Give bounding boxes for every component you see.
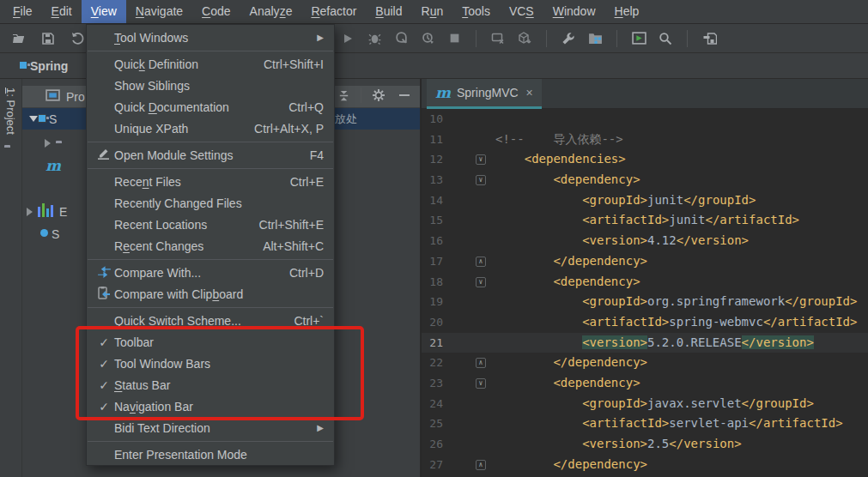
menu-help[interactable]: Help: [605, 0, 649, 23]
menu-view[interactable]: View: [82, 0, 126, 23]
fold-marker-icon[interactable]: ∨: [476, 154, 486, 165]
menu-item-tool-windows[interactable]: Tool Windows▶: [87, 27, 334, 48]
code-line[interactable]: 16 <version>4.12</version>: [422, 231, 868, 251]
line-number[interactable]: 26: [422, 434, 443, 455]
line-number[interactable]: 13: [422, 170, 443, 190]
menu-item-enter-presentation-mode[interactable]: Enter Presentation Mode: [87, 444, 334, 465]
line-number[interactable]: 17: [422, 251, 443, 272]
menu-shortcut: Ctrl+D: [289, 266, 324, 280]
submenu-arrow-icon: ▶: [317, 33, 324, 42]
code-editor[interactable]: 1011<!-- 导入依赖-->12∨ <dependencies>13∨ <d…: [422, 109, 868, 477]
menu-item-compare-with-clipboard[interactable]: Compare with Clipboard: [87, 283, 334, 305]
undo-icon[interactable]: [69, 30, 86, 47]
save-all-icon[interactable]: [701, 30, 718, 47]
editor-tab-springmvc[interactable]: m SpringMVC ×: [427, 79, 542, 109]
line-number[interactable]: 15: [422, 210, 443, 231]
breadcrumb[interactable]: Spring: [30, 59, 68, 73]
menu-navigate[interactable]: Navigate: [126, 0, 192, 23]
line-number[interactable]: 21: [422, 333, 443, 353]
profiler-icon[interactable]: [419, 30, 436, 47]
line-number[interactable]: 22: [422, 353, 443, 373]
menu-item-compare-with[interactable]: Compare With...Ctrl+D: [87, 262, 334, 283]
code-line[interactable]: 23∨ <dependency>: [422, 373, 868, 394]
wrench-icon[interactable]: [560, 30, 577, 47]
fold-marker-icon[interactable]: ∧: [476, 358, 486, 368]
line-number[interactable]: 27: [422, 455, 443, 475]
menu-item-unique-xpath[interactable]: Unique XPathCtrl+Alt+X, P: [87, 118, 334, 139]
save-icon[interactable]: [39, 30, 57, 47]
menu-item-open-module-settings[interactable]: Open Module SettingsF4: [87, 144, 334, 166]
menu-code[interactable]: Code: [192, 0, 240, 23]
chevron-down-icon[interactable]: [29, 116, 38, 122]
settings-gear-icon[interactable]: [370, 87, 387, 104]
coverage-icon[interactable]: [392, 30, 410, 47]
code-line[interactable]: 24 <groupId>javax.servlet</groupId>: [422, 394, 868, 414]
fold-marker-icon[interactable]: ∧: [476, 257, 486, 267]
debug-icon[interactable]: [366, 30, 383, 47]
code-line[interactable]: 26 <version>2.5</version>: [422, 434, 868, 455]
line-number[interactable]: 23: [422, 373, 443, 394]
code-line[interactable]: 12∨ <dependencies>: [422, 149, 868, 170]
run-icon[interactable]: [339, 30, 356, 47]
open-folder-icon[interactable]: [10, 30, 27, 47]
package-icon[interactable]: [516, 30, 533, 47]
toolbar-divider: [476, 30, 476, 47]
fold-marker-icon[interactable]: ∨: [476, 378, 486, 389]
code-line[interactable]: 15 <artifactId>junit</artifactId>: [422, 210, 868, 231]
attach-icon[interactable]: [489, 30, 507, 47]
code-line[interactable]: 19 <groupId>org.springframework</groupId…: [422, 292, 868, 312]
code-line[interactable]: 17∧ </dependency>: [422, 251, 868, 272]
hide-icon[interactable]: [396, 87, 413, 104]
menu-item-quick-documentation[interactable]: Quick DocumentationCtrl+Q: [87, 96, 334, 118]
menu-edit[interactable]: Edit: [42, 0, 82, 23]
code-line[interactable]: 25 <artifactId>servlet-api</artifactId>: [422, 414, 868, 434]
menu-build[interactable]: Build: [366, 0, 411, 23]
fold-marker-icon[interactable]: ∧: [476, 460, 486, 470]
menu-item-recent-files[interactable]: Recent FilesCtrl+E: [87, 171, 334, 192]
run-window-icon[interactable]: [630, 30, 647, 47]
code-line[interactable]: 13∨ <dependency>: [422, 170, 868, 190]
line-number[interactable]: 19: [422, 292, 443, 312]
close-icon[interactable]: ×: [526, 86, 533, 100]
menu-window[interactable]: Window: [543, 0, 605, 23]
menu-vcs[interactable]: VCS: [500, 0, 543, 23]
line-number[interactable]: 18: [422, 272, 443, 293]
code-line[interactable]: 10: [422, 109, 868, 130]
chevron-right-icon[interactable]: [45, 139, 51, 148]
menu-run[interactable]: Run: [412, 0, 453, 23]
code-line[interactable]: 18∨ <dependency>: [422, 272, 868, 293]
line-number[interactable]: 12: [422, 149, 443, 170]
line-number[interactable]: 14: [422, 190, 443, 211]
project-toolwindow-button[interactable]: 1: Project: [4, 88, 17, 135]
line-number[interactable]: 10: [422, 109, 443, 130]
pencil-icon: [97, 147, 111, 163]
menu-item-recently-changed-files[interactable]: Recently Changed Files: [87, 192, 334, 214]
line-number[interactable]: 24: [422, 394, 443, 414]
menu-tools[interactable]: Tools: [452, 0, 500, 23]
code-line[interactable]: 22∧ </dependency>: [422, 353, 868, 373]
toolbar-divider: [687, 30, 688, 47]
chevron-right-icon[interactable]: [27, 208, 33, 216]
menu-item-recent-changes[interactable]: Recent ChangesAlt+Shift+C: [87, 235, 334, 257]
fold-marker-icon[interactable]: ∨: [476, 175, 486, 185]
fold-marker-icon[interactable]: ∨: [476, 277, 486, 287]
code-line[interactable]: 21 <version>5.2.0.RELEASE</version>: [422, 333, 868, 353]
project-structure-icon[interactable]: [586, 30, 604, 47]
collapse-all-icon[interactable]: [335, 87, 352, 104]
stop-icon[interactable]: [446, 30, 463, 47]
menu-item-recent-locations[interactable]: Recent LocationsCtrl+Shift+E: [87, 214, 334, 235]
line-number[interactable]: 20: [422, 312, 443, 333]
menu-item-show-siblings[interactable]: Show Siblings: [87, 75, 334, 96]
menu-item-quick-definition[interactable]: Quick DefinitionCtrl+Shift+I: [87, 53, 334, 75]
line-number[interactable]: 25: [422, 414, 443, 434]
menu-file[interactable]: File: [3, 0, 42, 23]
code-line[interactable]: 14 <groupId>junit</groupId>: [422, 190, 868, 211]
line-number[interactable]: 11: [422, 130, 443, 150]
code-line[interactable]: 11<!-- 导入依赖-->: [422, 130, 868, 150]
search-icon[interactable]: [657, 30, 674, 47]
code-line[interactable]: 27∧ </dependency>: [422, 455, 868, 475]
line-number[interactable]: 16: [422, 231, 443, 251]
menu-analyze[interactable]: Analyze: [240, 0, 302, 23]
code-line[interactable]: 20 <artifactId>spring-webmvc</artifactId…: [422, 312, 868, 333]
menu-refactor[interactable]: Refactor: [301, 0, 366, 23]
